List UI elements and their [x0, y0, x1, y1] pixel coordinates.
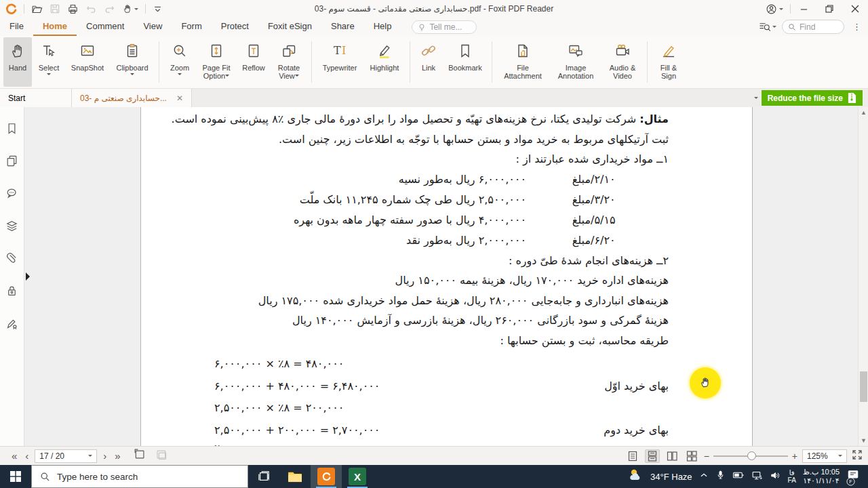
tray-overflow-icon[interactable]	[699, 470, 709, 483]
clock[interactable]: 10:05 ب.ظ ۱۴۰۱/۱۱/۰۴	[803, 468, 840, 485]
security-panel-icon[interactable]	[5, 285, 18, 300]
battery-icon[interactable]	[732, 470, 745, 483]
previous-view-icon[interactable]	[134, 449, 146, 463]
file-explorer-button[interactable]	[279, 465, 311, 488]
speaker-icon[interactable]	[770, 470, 781, 483]
fill-sign-button[interactable]: Fill & Sign	[652, 37, 685, 87]
zoom-level-select[interactable]: 125%	[802, 449, 847, 463]
account-icon[interactable]	[759, 3, 790, 15]
page-fit-option-button[interactable]: Page Fit Option	[197, 37, 236, 87]
language-indicator[interactable]: فا FA	[788, 469, 796, 484]
page-number-input[interactable]: 17 / 20	[35, 449, 97, 463]
typewriter-button[interactable]: TI Typewriter	[317, 37, 363, 87]
facing-continuous-view-icon[interactable]	[684, 449, 699, 463]
network-icon[interactable]	[751, 470, 763, 483]
excel-taskbar-button[interactable]: X	[342, 465, 373, 488]
dropdown-caret	[295, 75, 299, 79]
open-file-icon[interactable]	[31, 3, 43, 15]
next-view-icon[interactable]	[155, 449, 167, 463]
scroll-up-icon[interactable]: ▲	[859, 107, 868, 118]
weather-label[interactable]: 34°F Haze	[650, 472, 692, 482]
redo-icon[interactable]	[104, 3, 115, 15]
menu-home[interactable]: Home	[33, 18, 77, 36]
pages-panel-icon[interactable]	[5, 155, 18, 170]
foxit-logo-icon[interactable]	[5, 3, 17, 15]
doc-expense-line: هزینه‌های انبارداری و جابه‌جایی ۲۸۰,۰۰۰ …	[157, 291, 669, 311]
reduce-file-size-button[interactable]: Reduce the file size	[762, 90, 863, 106]
menu-foxit-esign[interactable]: Foxit eSign	[258, 18, 321, 36]
scrollbar-thumb[interactable]	[860, 371, 867, 402]
doc-intro-line2: ثبت آرتیکلهای مربوط به خرید مواد و بستن …	[157, 129, 669, 150]
image-annotation-button[interactable]: Image Annotation	[550, 37, 601, 87]
print-icon[interactable]	[67, 3, 79, 15]
lightbulb-icon	[418, 23, 426, 31]
tab-start[interactable]: Start	[0, 89, 72, 107]
menu-view[interactable]: View	[134, 18, 172, 36]
menu-file[interactable]: File	[0, 18, 33, 36]
first-page-button[interactable]: «	[9, 449, 19, 463]
foxit-reader-taskbar-button[interactable]	[311, 465, 342, 488]
tab-document[interactable]: 03- حسابداری صنعتی م... ✕	[72, 89, 192, 107]
close-button[interactable]	[842, 0, 868, 18]
select-tool-button[interactable]: Select	[33, 37, 64, 87]
zoom-slider[interactable]: − +	[704, 451, 797, 462]
save-icon[interactable]	[50, 3, 60, 14]
signature-panel-icon[interactable]	[5, 317, 18, 333]
microphone-icon[interactable]	[715, 470, 726, 483]
taskbar-search-input[interactable]: Type here to search	[31, 465, 248, 488]
audio-video-button[interactable]: Audio & Video	[603, 37, 642, 87]
document-tab-bar: Start 03- حسابداری صنعتی م... ✕ Reduce t…	[0, 89, 868, 107]
last-page-button[interactable]: »	[113, 449, 122, 463]
comments-panel-icon[interactable]	[5, 187, 18, 203]
zoom-in-icon[interactable]: +	[792, 451, 797, 462]
highlight-button[interactable]: Highlight	[364, 37, 405, 87]
previous-page-button[interactable]: ‹	[23, 449, 31, 463]
bookmark-button[interactable]: Bookmark	[443, 37, 487, 87]
start-button[interactable]	[0, 465, 31, 488]
link-button[interactable]: Link	[415, 37, 442, 87]
weather-icon[interactable]	[627, 467, 644, 486]
clipboard-button[interactable]: Clipboard	[111, 37, 154, 87]
search-icon	[788, 23, 796, 31]
vertical-scrollbar[interactable]: ▲ ▼	[858, 107, 868, 446]
minimize-button[interactable]	[791, 0, 816, 18]
tab-close-icon[interactable]: ✕	[176, 94, 183, 103]
advanced-search-icon[interactable]	[759, 22, 776, 32]
file-attachment-button[interactable]: File Attachment	[497, 37, 549, 87]
zoom-slider-knob[interactable]	[747, 451, 756, 460]
menu-comment[interactable]: Comment	[77, 18, 134, 36]
snapshot-button[interactable]: SnapShot	[66, 37, 109, 87]
menu-help[interactable]: Help	[364, 18, 401, 36]
facing-page-view-icon[interactable]	[665, 449, 679, 463]
hand-tool-quick-icon[interactable]	[122, 3, 138, 14]
hand-icon	[9, 41, 26, 61]
task-view-button[interactable]	[248, 465, 279, 488]
attachments-panel-icon[interactable]	[5, 252, 18, 268]
restore-button[interactable]	[816, 0, 842, 18]
single-page-view-icon[interactable]	[625, 449, 640, 463]
tab-list-caret[interactable]	[754, 97, 758, 101]
next-page-button[interactable]: ›	[101, 449, 108, 463]
panel-expand-arrow[interactable]	[26, 272, 34, 281]
scroll-down-icon[interactable]: ▼	[859, 435, 868, 446]
svg-text:T: T	[334, 44, 341, 57]
fullscreen-icon[interactable]	[852, 449, 863, 463]
menu-protect[interactable]: Protect	[212, 18, 258, 36]
find-input[interactable]: Find	[782, 20, 844, 34]
action-center-icon[interactable]: F	[846, 469, 860, 485]
hand-tool-button[interactable]: Hand	[3, 37, 32, 87]
menu-form[interactable]: Form	[172, 18, 211, 36]
zoom-slider-track[interactable]	[713, 455, 788, 457]
continuous-page-view-icon[interactable]	[645, 449, 660, 463]
zoom-tool-button[interactable]: Zoom	[164, 37, 195, 87]
zoom-out-icon[interactable]: −	[704, 451, 709, 462]
undo-icon[interactable]	[85, 3, 97, 15]
customize-toolbar-icon[interactable]	[153, 4, 163, 14]
reflow-button[interactable]: Reflow	[237, 37, 270, 87]
menu-share[interactable]: Share	[321, 18, 364, 36]
tell-me-search[interactable]: Tell me...	[412, 20, 477, 34]
layers-panel-icon[interactable]	[5, 220, 18, 235]
more-options-icon[interactable]: ⋮	[850, 22, 864, 32]
bookmarks-panel-icon[interactable]	[5, 122, 18, 138]
rotate-view-button[interactable]: Rotate View	[271, 37, 307, 87]
